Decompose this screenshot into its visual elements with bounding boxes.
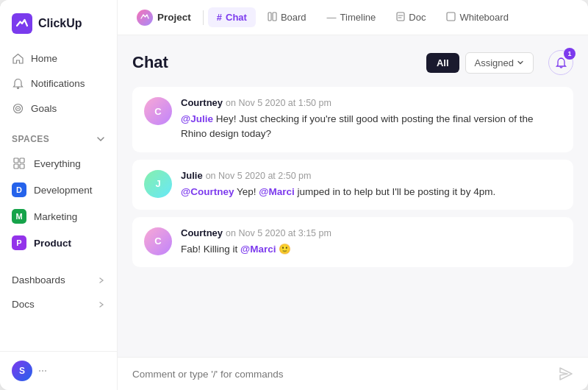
notification-bell-wrap: 1	[548, 50, 573, 75]
svg-rect-15	[447, 13, 455, 21]
chat-title: Chat	[132, 53, 168, 72]
message-body: Julieon Nov 5 2020 at 2:50 pm@Courtney Y…	[181, 170, 562, 199]
bell-icon	[12, 77, 24, 89]
message-sender: Courtney	[181, 97, 223, 108]
hash-icon: #	[217, 12, 222, 23]
home-icon	[12, 52, 24, 64]
sidebar-nav: Home Notifications Goals	[0, 43, 117, 124]
mention[interactable]: @Courtney	[181, 186, 234, 197]
sidebar-item-docs[interactable]: Docs	[0, 292, 117, 316]
svg-point-11	[39, 370, 40, 372]
development-badge: D	[12, 182, 26, 197]
user-profile-section: S	[0, 351, 117, 390]
messages-list: CCourtneyon Nov 5 2020 at 1:50 pm@Julie …	[132, 87, 573, 357]
svg-rect-7	[14, 164, 18, 169]
logo: ClickUp	[0, 0, 117, 43]
sidebar-item-everything[interactable]: Everything	[0, 150, 117, 177]
message-text: @Courtney Yep! @Marci jumped in to help …	[181, 185, 562, 199]
chevron-right-icon	[98, 301, 105, 308]
assigned-button[interactable]: Assigned	[465, 52, 534, 74]
main-content: Project # Chat Board — Timeline	[118, 0, 588, 390]
message-avatar: J	[144, 170, 172, 198]
whiteboard-icon	[446, 12, 456, 24]
tab-doc[interactable]: Doc	[387, 7, 434, 28]
send-icon[interactable]	[559, 366, 573, 381]
message-timestamp: on Nov 5 2020 at 3:15 pm	[226, 228, 331, 238]
message-text: @Julie Hey! Just checking if you're stil…	[181, 112, 562, 142]
message-meta: Julieon Nov 5 2020 at 2:50 pm	[181, 170, 562, 181]
chevron-right-icon	[98, 277, 105, 284]
comment-input-area	[118, 357, 588, 390]
svg-point-9	[42, 370, 43, 372]
message-body: Courtneyon Nov 5 2020 at 1:50 pm@Julie H…	[181, 97, 562, 142]
svg-rect-12	[268, 13, 271, 21]
message-avatar: C	[144, 97, 172, 125]
tab-chat[interactable]: # Chat	[208, 7, 256, 27]
sidebar-item-marketing[interactable]: M Marketing	[0, 203, 117, 230]
sidebar-item-goals[interactable]: Goals	[0, 96, 117, 121]
nav-divider	[203, 10, 204, 25]
message-card: CCourtneyon Nov 5 2020 at 1:50 pm@Julie …	[132, 87, 573, 152]
top-navigation: Project # Chat Board — Timeline	[118, 0, 588, 35]
chat-container: Chat All Assigned 1 CCourtney	[118, 35, 588, 357]
product-badge: P	[12, 235, 26, 250]
marketing-badge: M	[12, 209, 26, 224]
user-avatar[interactable]: S	[12, 361, 32, 381]
goals-icon	[12, 102, 24, 114]
message-timestamp: on Nov 5 2020 at 1:50 pm	[226, 98, 331, 108]
svg-rect-5	[14, 158, 18, 163]
tab-timeline[interactable]: — Timeline	[318, 7, 385, 27]
project-icon	[137, 10, 153, 26]
project-tab[interactable]: Project	[129, 5, 198, 30]
message-text: Fab! Killing it @Marci 🙂	[181, 242, 562, 257]
message-body: Courtneyon Nov 5 2020 at 3:15 pmFab! Kil…	[181, 227, 562, 257]
message-avatar: C	[144, 227, 172, 255]
tab-board[interactable]: Board	[259, 7, 315, 28]
chevron-down-icon	[96, 135, 105, 143]
tab-whiteboard[interactable]: Whiteboard	[437, 7, 517, 28]
message-meta: Courtneyon Nov 5 2020 at 1:50 pm	[181, 97, 562, 108]
spaces-list: Everything D Development M Marketing P P…	[0, 147, 117, 259]
svg-point-10	[45, 370, 46, 372]
user-menu-icon	[38, 366, 47, 375]
message-card: JJulieon Nov 5 2020 at 2:50 pm@Courtney …	[132, 160, 573, 210]
sidebar-item-dashboards[interactable]: Dashboards	[0, 268, 117, 292]
sidebar-item-home[interactable]: Home	[0, 46, 117, 71]
grid-icon	[12, 156, 26, 171]
sidebar-footer-items: Dashboards Docs	[0, 262, 117, 316]
svg-point-1	[17, 87, 18, 88]
board-icon	[268, 12, 277, 24]
all-button[interactable]: All	[426, 53, 459, 73]
sidebar-item-product[interactable]: P Product	[0, 230, 117, 256]
message-sender: Julie	[181, 170, 203, 181]
svg-point-4	[17, 107, 18, 109]
message-card: CCourtneyon Nov 5 2020 at 3:15 pmFab! Ki…	[132, 217, 573, 267]
svg-rect-8	[20, 164, 24, 169]
clickup-logo-icon	[12, 13, 32, 34]
doc-icon	[396, 12, 405, 24]
timeline-icon: —	[327, 12, 337, 23]
chat-header: Chat All Assigned 1	[132, 50, 573, 75]
chat-controls: All Assigned 1	[426, 50, 573, 75]
spaces-section: Spaces	[0, 124, 117, 147]
message-sender: Courtney	[181, 227, 223, 238]
sidebar: ClickUp Home Notifications Goals	[0, 0, 118, 390]
mention[interactable]: @Marci	[259, 186, 294, 197]
mention[interactable]: @Julie	[181, 113, 213, 124]
svg-rect-14	[397, 13, 404, 21]
chevron-down-icon	[517, 59, 524, 66]
svg-rect-6	[20, 158, 24, 163]
mention[interactable]: @Marci	[240, 244, 276, 255]
spaces-header[interactable]: Spaces	[12, 134, 105, 144]
sidebar-item-development[interactable]: D Development	[0, 177, 117, 203]
comment-input[interactable]	[132, 369, 551, 380]
logo-text: ClickUp	[38, 17, 82, 30]
notification-count: 1	[564, 48, 576, 60]
svg-rect-13	[273, 13, 276, 21]
message-timestamp: on Nov 5 2020 at 2:50 pm	[206, 171, 312, 181]
sidebar-item-notifications[interactable]: Notifications	[0, 71, 117, 96]
message-meta: Courtneyon Nov 5 2020 at 3:15 pm	[181, 227, 562, 238]
